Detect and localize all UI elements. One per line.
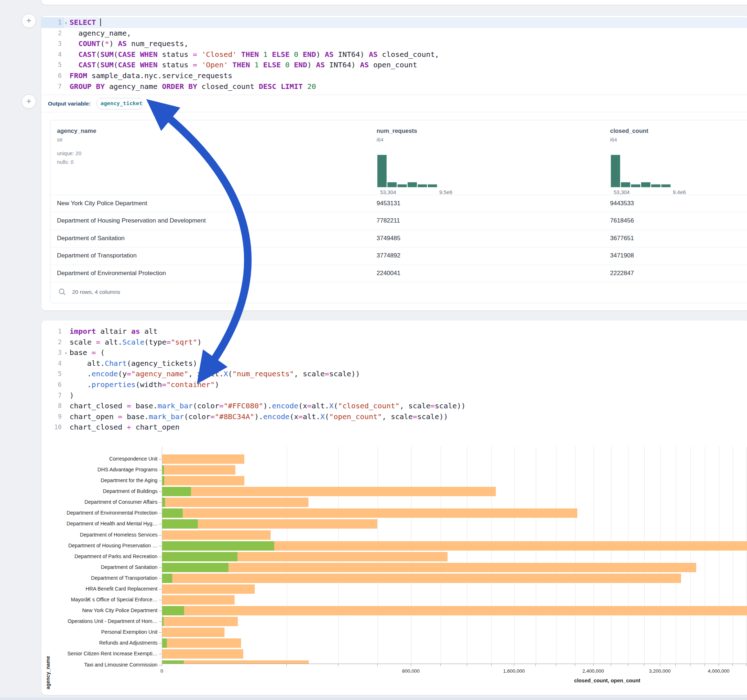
gridline (660, 447, 661, 664)
bar-open-count (162, 476, 164, 486)
x-tick (162, 664, 162, 666)
y-tick (159, 524, 162, 524)
altair-chart: agency_name Correspondence UnitDHS Advan… (41, 439, 747, 691)
x-tick (705, 664, 705, 666)
table-cell: Department of Sanitation (57, 235, 125, 242)
code-line[interactable]: 3∨base = ( (41, 347, 747, 358)
gridline (593, 447, 594, 664)
search-icon[interactable] (58, 288, 66, 296)
x-tick (732, 664, 733, 666)
histogram-bar (621, 182, 630, 187)
category-label: Department of Sanitation (41, 564, 157, 570)
category-label: Department of Consumer Affairs (41, 499, 157, 505)
code-line[interactable]: 5 .encode(y="agency_name", x=alt.X("num_… (41, 369, 747, 380)
code-line[interactable]: 1import altair as alt (41, 326, 747, 337)
line-number: 9 (41, 412, 64, 422)
gridline (676, 447, 676, 664)
y-tick (159, 513, 162, 513)
chart-plot-area (162, 447, 747, 664)
bar-open-count (162, 519, 198, 529)
bar-open-count (162, 508, 183, 518)
table-row[interactable]: Department of Sanitation37494853677651 (50, 230, 747, 247)
column-header[interactable]: agency_name (57, 127, 96, 134)
x-tick (467, 664, 467, 666)
fold-chevron-icon[interactable]: ∨ (65, 18, 67, 29)
y-tick (159, 481, 162, 481)
x-tick-label: 2,400,000 (582, 668, 604, 674)
histogram-bar (611, 155, 620, 187)
fold-chevron-icon[interactable]: ∨ (65, 348, 67, 359)
bar-closed-count (162, 476, 244, 486)
divider (41, 112, 747, 112)
sql-cell: 1∨SELECT 2 agency_name,3 COUNT(*) AS num… (41, 16, 747, 311)
x-tick-label: 3,200,000 (649, 668, 671, 674)
bottom-bar (0, 697, 747, 700)
code-line[interactable]: 9chart_open = base.mark_bar(color="#8BC3… (41, 412, 747, 422)
code-line[interactable]: 1∨SELECT (41, 17, 747, 28)
category-label: Department of Housing Preservation … (41, 543, 157, 548)
table-cell: Department of Housing Preservation and D… (57, 217, 206, 224)
column-histogram (611, 155, 671, 187)
code-line[interactable]: 2scale = alt.Scale(type="sqrt") (41, 337, 747, 348)
y-tick (159, 600, 162, 600)
code-line[interactable]: 3 COUNT(*) AS num_requests, (41, 39, 747, 49)
code-line[interactable]: 4 CAST(SUM(CASE WHEN status = 'Closed' T… (41, 49, 747, 60)
code-line[interactable]: 5 CAST(SUM(CASE WHEN status = 'Open' THE… (41, 60, 747, 71)
y-tick (159, 567, 162, 568)
table-row[interactable]: Department of Transportation377489234719… (50, 247, 747, 265)
code-line[interactable]: 7GROUP BY agency_name ORDER BY closed_co… (41, 81, 747, 92)
x-tick-label: 0 (160, 668, 163, 674)
x-tick-label: 1,600,000 (503, 668, 525, 674)
histogram-bar (398, 184, 407, 187)
text-caret (100, 18, 101, 26)
column-header[interactable]: num_requests (377, 127, 417, 134)
code-line[interactable]: 2 agency_name, (41, 28, 747, 39)
table-cell: 3774892 (377, 252, 400, 259)
notebook-page: { "accent": {"arrow_color": "#2456C9", "… (0, 0, 747, 700)
line-number: 7 (41, 390, 64, 401)
add-cell-button[interactable]: + (22, 94, 36, 109)
table-cell: 9453131 (377, 200, 400, 207)
table-row[interactable]: Department of Housing Preservation and D… (50, 212, 747, 230)
histogram-bar (408, 182, 417, 187)
column-header[interactable]: closed_count (610, 127, 648, 134)
gridline (644, 447, 645, 664)
category-label: Refunds and Adjustments (41, 640, 157, 646)
y-tick (159, 622, 162, 622)
python-code-editor[interactable]: 1import altair as alt2scale = alt.Scale(… (41, 326, 747, 433)
bar-closed-count (162, 508, 577, 518)
histogram-bar (641, 182, 650, 187)
x-tick (718, 664, 719, 666)
gridline (611, 447, 611, 664)
x-tick (491, 664, 491, 666)
code-line[interactable]: 4 alt.Chart(agency_tickets) (41, 358, 747, 369)
add-cell-button[interactable]: + (22, 14, 36, 28)
line-number: 5 (41, 369, 64, 380)
gridline (467, 447, 467, 664)
line-number: 8 (41, 401, 64, 412)
table-row[interactable]: Department of Environmental Protection22… (50, 265, 747, 282)
gridline (536, 447, 536, 664)
code-line[interactable]: 7) (41, 390, 747, 401)
line-number: 3 (41, 39, 64, 49)
output-variable-value: agency_tickets (97, 98, 143, 106)
table-cell: 2240041 (377, 270, 400, 277)
bar-open-count (162, 487, 191, 496)
code-line[interactable]: 6FROM sample_data.nyc.service_requests (41, 71, 747, 81)
line-number: 4 (41, 49, 64, 60)
bar-open-count (162, 606, 184, 616)
sql-code-editor[interactable]: 1∨SELECT 2 agency_name,3 COUNT(*) AS num… (41, 17, 747, 92)
y-tick (159, 665, 162, 665)
histogram-bar (417, 184, 427, 187)
output-variable-chip[interactable]: agency_tickets (96, 98, 143, 109)
bar-closed-count (162, 661, 309, 664)
code-line[interactable]: 8chart_closed = base.mark_bar(color="#FF… (41, 401, 747, 412)
bar-closed-count (162, 628, 224, 637)
x-tick (746, 664, 746, 666)
category-label: DHS Advantage Programs (41, 467, 157, 472)
code-line[interactable]: 6 .properties(width="container") (41, 380, 747, 390)
category-label: Department of Parks and Recreation (41, 554, 157, 559)
y-tick (159, 589, 162, 590)
code-line[interactable]: 10chart_closed + chart_open (41, 422, 747, 433)
table-row[interactable]: New York City Police Department945313194… (50, 195, 747, 213)
